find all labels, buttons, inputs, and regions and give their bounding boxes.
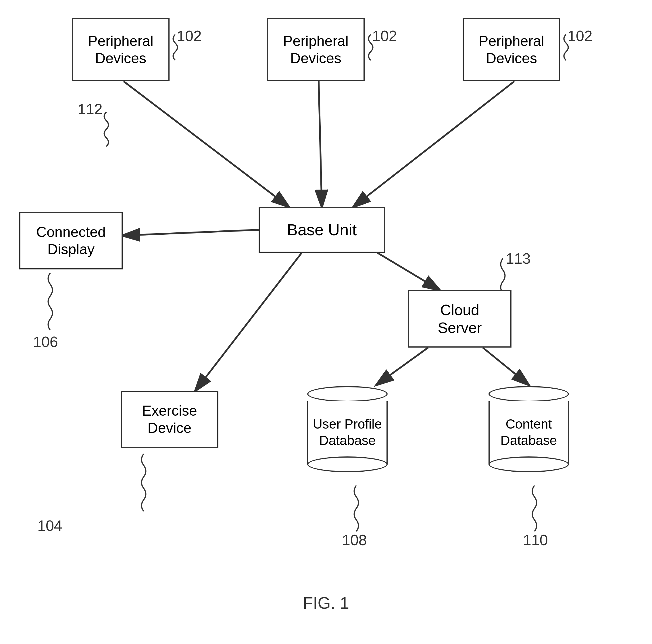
svg-line-2 xyxy=(124,81,289,207)
ref-102-1: 102 xyxy=(177,27,202,45)
peripheral-devices-3: PeripheralDevices xyxy=(463,18,560,81)
ref-113: 113 xyxy=(506,250,531,267)
svg-line-5 xyxy=(123,230,259,235)
svg-line-3 xyxy=(319,81,322,207)
ref-106: 106 xyxy=(33,333,58,351)
peripheral-devices-2: PeripheralDevices xyxy=(267,18,365,81)
ref-102-3: 102 xyxy=(568,27,593,45)
connected-display: ConnectedDisplay xyxy=(19,212,123,270)
cloud-server: CloudServer xyxy=(408,290,512,347)
content-database: ContentDatabase xyxy=(489,386,569,480)
svg-line-4 xyxy=(353,81,514,207)
peripheral-devices-1: PeripheralDevices xyxy=(72,18,169,81)
user-profile-database: User ProfileDatabase xyxy=(307,386,388,480)
ref-108: 108 xyxy=(342,531,367,549)
base-unit: Base Unit xyxy=(259,207,385,253)
svg-line-7 xyxy=(195,253,302,391)
svg-line-8 xyxy=(376,347,428,385)
svg-line-9 xyxy=(483,347,529,385)
ref-112: 112 xyxy=(78,101,103,118)
diagram: PeripheralDevices 102 PeripheralDevices … xyxy=(0,0,652,644)
figure-label: FIG. 1 xyxy=(303,593,349,612)
ref-102-2: 102 xyxy=(372,27,397,45)
exercise-device: ExerciseDevice xyxy=(121,391,218,448)
ref-110: 110 xyxy=(523,531,548,549)
ref-104: 104 xyxy=(37,517,62,534)
